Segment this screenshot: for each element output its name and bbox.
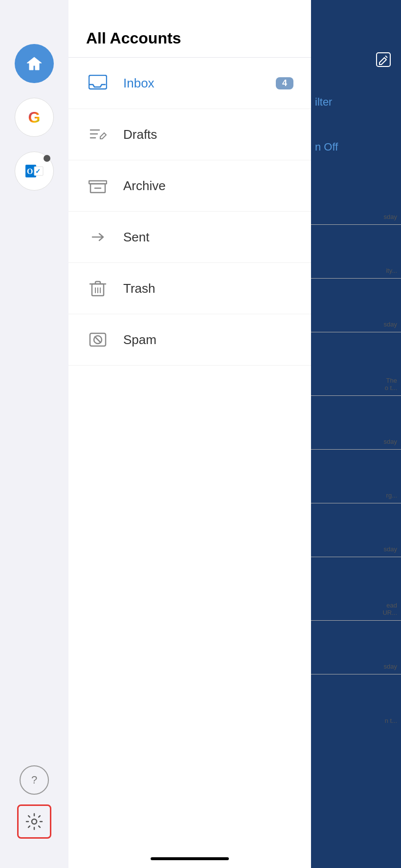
snippet-text: sday bbox=[384, 663, 397, 670]
right-panel: ilter n Off sday ity... sday The o t... … bbox=[311, 0, 401, 868]
snippet-text: The bbox=[386, 377, 397, 384]
list-item: n t... bbox=[311, 674, 401, 728]
focus-off-text: n Off bbox=[315, 141, 338, 153]
trash-icon bbox=[86, 277, 110, 300]
svg-text:✓: ✓ bbox=[35, 168, 41, 175]
main-panel: All Accounts Inbox 4 Drafts bbox=[68, 0, 311, 868]
svg-point-4 bbox=[32, 819, 37, 824]
notification-dot bbox=[44, 155, 50, 162]
menu-item-drafts[interactable]: Drafts bbox=[68, 109, 311, 160]
snippet-text-2: o t... bbox=[385, 384, 397, 391]
snippet-text: rg... bbox=[386, 492, 397, 499]
spam-label: Spam bbox=[123, 332, 156, 347]
snippet-text: sday bbox=[384, 545, 397, 553]
list-item: sday bbox=[311, 621, 401, 674]
focus-off-label[interactable]: n Off bbox=[315, 141, 338, 153]
home-indicator bbox=[151, 857, 229, 860]
sent-icon bbox=[86, 225, 110, 249]
spam-icon bbox=[86, 328, 110, 351]
menu-item-inbox[interactable]: Inbox 4 bbox=[68, 58, 311, 109]
list-item: sday bbox=[311, 503, 401, 557]
filter-text: ilter bbox=[315, 96, 332, 108]
compose-button[interactable] bbox=[373, 49, 394, 70]
svg-rect-20 bbox=[377, 53, 390, 66]
list-item: The o t... bbox=[311, 332, 401, 396]
home-bar bbox=[68, 857, 311, 860]
filter-label[interactable]: ilter bbox=[315, 96, 332, 108]
list-item: rg... bbox=[311, 450, 401, 503]
trash-label: Trash bbox=[123, 281, 156, 296]
sidebar-bottom: ? bbox=[0, 765, 68, 839]
help-button[interactable]: ? bbox=[20, 765, 49, 795]
drafts-icon bbox=[86, 123, 110, 146]
menu-item-trash[interactable]: Trash bbox=[68, 263, 311, 314]
inbox-label: Inbox bbox=[123, 76, 155, 91]
drafts-label: Drafts bbox=[123, 127, 157, 142]
list-item: ity... bbox=[311, 225, 401, 279]
snippet-text: n t... bbox=[385, 717, 397, 724]
google-icon: G bbox=[28, 108, 41, 127]
panel-header: All Accounts bbox=[68, 0, 311, 58]
left-sidebar: G O ✓ ? bbox=[0, 0, 68, 868]
menu-item-spam[interactable]: Spam bbox=[68, 314, 311, 366]
home-icon bbox=[25, 54, 44, 73]
gear-icon bbox=[25, 813, 43, 830]
svg-line-19 bbox=[95, 337, 101, 343]
menu-item-sent[interactable]: Sent bbox=[68, 212, 311, 263]
inbox-badge: 4 bbox=[276, 77, 293, 89]
snippet-text: sday bbox=[384, 321, 397, 328]
list-item: sday bbox=[311, 396, 401, 450]
list-item: sday bbox=[311, 279, 401, 332]
menu-item-archive[interactable]: Archive bbox=[68, 160, 311, 212]
snippet-text: ity... bbox=[386, 267, 397, 274]
list-item: ead UR... bbox=[311, 557, 401, 621]
sidebar-account-google[interactable]: G bbox=[15, 98, 54, 137]
archive-icon bbox=[86, 174, 110, 197]
outlook-icon: O ✓ bbox=[24, 162, 44, 180]
snippet-text: sday bbox=[384, 213, 397, 220]
inbox-icon bbox=[86, 71, 110, 95]
email-list-preview: sday ity... sday The o t... sday rg... s… bbox=[311, 171, 401, 728]
settings-button[interactable] bbox=[17, 804, 51, 839]
snippet-text: ead bbox=[386, 602, 397, 609]
sidebar-account-home[interactable] bbox=[15, 44, 54, 83]
compose-icon bbox=[376, 52, 391, 67]
help-icon: ? bbox=[31, 774, 37, 786]
snippet-text-2: UR... bbox=[382, 609, 397, 616]
svg-text:O: O bbox=[27, 167, 33, 175]
sidebar-account-outlook[interactable]: O ✓ bbox=[15, 152, 54, 191]
archive-label: Archive bbox=[123, 178, 166, 194]
sent-label: Sent bbox=[123, 230, 150, 245]
list-item: sday bbox=[311, 171, 401, 225]
panel-title: All Accounts bbox=[86, 29, 293, 47]
snippet-text: sday bbox=[384, 438, 397, 445]
